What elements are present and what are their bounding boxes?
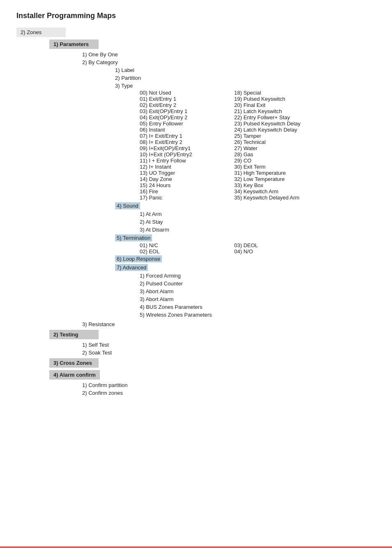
- confirmpartition-item: 1) Confirm partition: [82, 381, 376, 389]
- type-row-2: 02) Exit/Entry 2 20) Final Exit: [140, 102, 376, 108]
- type-right-1: 19) Pulsed Keyswitch: [234, 96, 285, 102]
- term-left-1: 02) EOL: [140, 248, 234, 255]
- type-left-10: 10) I+Exit (OP)/Entry2: [140, 151, 234, 158]
- partition-item: 2) Partition: [115, 75, 141, 81]
- advanced-header: 7) Advanced: [115, 263, 376, 272]
- type-row-3: 03) Exit(OP)/Entry 1 21) Latch Keyswitch: [140, 108, 376, 114]
- level1-alarmconfirm: 4) Alarm confirm: [16, 369, 376, 381]
- level2-onebyone: 1) One By One: [82, 51, 376, 58]
- zones-item: 2) Zones: [16, 28, 66, 37]
- confirmpartition-label: 1) Confirm partition: [82, 382, 128, 388]
- level2-bycategory: 2) By Category: [82, 58, 376, 66]
- soaktest-label: 2) Soak Test: [82, 350, 112, 356]
- type-left-1: 01) Exit/Entry 1: [140, 96, 234, 102]
- type-left-9: 09) I+Exit(OP)/Entry1: [140, 145, 234, 151]
- type-right-6: 24) Latch Keyswitch Delay: [234, 127, 297, 133]
- soaktest-item: 2) Soak Test: [82, 349, 376, 357]
- selftest-item: 1) Self Test: [82, 341, 376, 349]
- type-left-6: 06) Instant: [140, 127, 234, 133]
- advanced-item-1: 2) Pulsed Counter: [140, 280, 376, 287]
- crosszones-item: 3) Cross Zones: [49, 358, 99, 368]
- type-row-14: 14) Day Zone 32) Low Temperature: [140, 176, 376, 182]
- type-row-9: 09) I+Exit(OP)/Entry1 27) Water: [140, 145, 376, 151]
- page-title: Installer Programming Maps: [0, 0, 392, 27]
- sound-header: 4) Sound: [115, 202, 376, 210]
- type-row-13: 13) UO Trigger 31) High Temperature: [140, 170, 376, 176]
- level1-parameters: 1) Parameters: [16, 39, 376, 51]
- type-row-6: 06) Instant 24) Latch Keyswitch Delay: [140, 127, 376, 133]
- sound-item-1: 2) At Stay: [140, 218, 376, 226]
- level3-label: 1) Label: [115, 66, 376, 74]
- advanced-label: 7) Advanced: [115, 264, 148, 271]
- type-right-8: 26) Technical: [234, 139, 265, 145]
- term-right-1: 04) N/O: [234, 248, 253, 255]
- confirmzones-label: 2) Confirm zones: [82, 390, 123, 396]
- type-right-12: 30) Exit Term: [234, 164, 265, 170]
- type-right-2: 20) Final Exit: [234, 102, 265, 108]
- termination-label: 5) Termination: [115, 234, 152, 241]
- level0-zones: 2) Zones: [16, 27, 376, 39]
- type-row-11: 11) I + Entry Follow 29) CO: [140, 158, 376, 164]
- level3-partition: 2) Partition: [115, 74, 376, 82]
- type-row-5: 05) Entry Follower 23) Pulsed Keyswitch …: [140, 120, 376, 127]
- type-left-5: 05) Entry Follower: [140, 120, 234, 127]
- type-right-0: 18) Special: [234, 90, 261, 96]
- type-left-8: 08) I+ Exit/Entry 2: [140, 139, 234, 145]
- type-right-3: 21) Latch Keyswitch: [234, 108, 282, 114]
- termination-header: 5) Termination: [115, 234, 376, 242]
- type-row-7: 07) I+ Exit/Entry 1 25) Tamper: [140, 133, 376, 139]
- type-left-4: 04) Exit(OP)/Entry 2: [140, 114, 234, 120]
- level2-resistance: 3) Resistance: [82, 320, 376, 328]
- type-left-3: 03) Exit(OP)/Entry 1: [140, 108, 234, 114]
- confirmzones-item: 2) Confirm zones: [82, 389, 376, 397]
- tree-container: 2) Zones 1) Parameters 1) One By One 2) …: [0, 27, 392, 397]
- label-item: 1) Label: [115, 67, 134, 73]
- advanced-3: 3) Abort Alarm: [140, 296, 173, 302]
- type-left-12: 12) I+ Instant: [140, 164, 234, 170]
- advanced-0: 1) Forced Arming: [140, 273, 181, 279]
- type-left-2: 02) Exit/Entry 2: [140, 102, 234, 108]
- advanced-item-5: 5) Wireless Zones Parameters: [140, 311, 376, 319]
- type-right-16: 34) Keyswitch Arm: [234, 188, 279, 195]
- type-row-8: 08) I+ Exit/Entry 2 26) Technical: [140, 139, 376, 145]
- type-right-13: 31) High Temperature: [234, 170, 286, 176]
- termination-row-1: 02) EOL 04) N/O: [140, 248, 376, 255]
- advanced-5: 5) Wireless Zones Parameters: [140, 312, 212, 318]
- type-right-4: 22) Entry Follwer+ Stay: [234, 114, 290, 120]
- alarmconfirm-item: 4) Alarm confirm: [49, 370, 100, 380]
- sound-item-2: 3) At Disarm: [140, 226, 376, 234]
- sound-label: 4) Sound: [115, 202, 140, 209]
- testing-item: 2) Testing: [49, 330, 99, 339]
- selftest-label: 1) Self Test: [82, 342, 109, 348]
- type-row-4: 04) Exit(OP)/Entry 2 22) Entry Follwer+ …: [140, 114, 376, 120]
- sound-2: 3) At Disarm: [140, 227, 169, 233]
- parameters-item: 1) Parameters: [49, 39, 99, 49]
- advanced-1: 2) Pulsed Counter: [140, 280, 183, 287]
- type-row-17: 17) Panic 35) Keyswitch Delayed Arm: [140, 195, 376, 201]
- type-right-5: 23) Pulsed Keyswitch Delay: [234, 120, 300, 127]
- sound-1: 2) At Stay: [140, 219, 163, 225]
- level1-testing: 2) Testing: [16, 329, 376, 341]
- bycategory-label: 2) By Category: [82, 59, 118, 65]
- type-row-12: 12) I+ Instant 30) Exit Term: [140, 164, 376, 170]
- loop-label: 6) Loop Response: [115, 255, 162, 262]
- type-row-1: 01) Exit/Entry 1 19) Pulsed Keyswitch: [140, 96, 376, 102]
- type-right-17: 35) Keyswitch Delayed Arm: [234, 195, 300, 201]
- advanced-2: 3) Abort Alarm: [140, 288, 173, 294]
- type-row-0: 00) Not Used 18) Special: [140, 90, 376, 96]
- advanced-item-2: 3) Abort Alarm: [140, 287, 376, 295]
- term-right-0: 03) DEOL: [234, 242, 258, 248]
- sound-0: 1) At Arm: [140, 211, 161, 217]
- type-left-0: 00) Not Used: [140, 90, 234, 96]
- type-left-17: 17) Panic: [140, 195, 234, 201]
- advanced-4: 4) BUS Zones Parameters: [140, 304, 202, 310]
- sound-item-0: 1) At Arm: [140, 210, 376, 218]
- bottom-line: [0, 547, 392, 548]
- resistance-label: 3) Resistance: [82, 321, 115, 327]
- loop-header: 6) Loop Response: [115, 255, 376, 263]
- type-right-15: 33) Key Box: [234, 182, 263, 188]
- advanced-item-0: 1) Forced Arming: [140, 272, 376, 280]
- type-left-14: 14) Day Zone: [140, 176, 234, 182]
- advanced-item-4: 4) BUS Zones Parameters: [140, 303, 376, 311]
- type-right-9: 27) Water: [234, 145, 258, 151]
